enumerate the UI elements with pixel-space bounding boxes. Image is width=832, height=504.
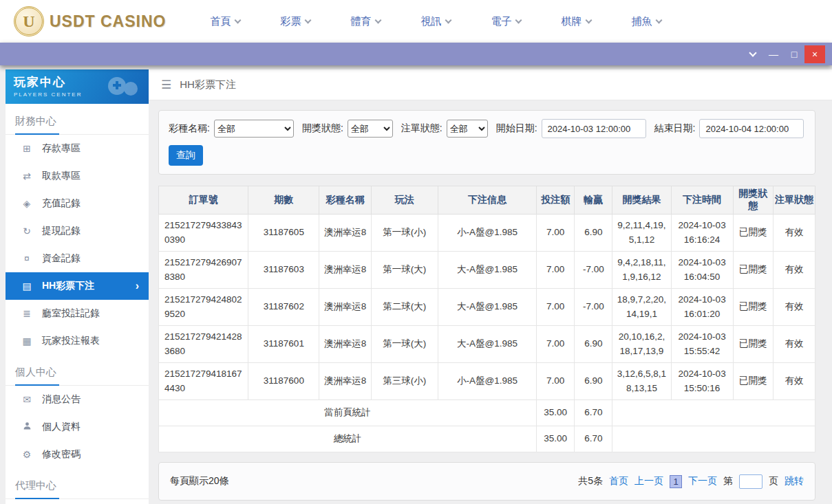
table-cell: 第二球(大) <box>371 289 438 326</box>
sidebar-item-funds-record[interactable]: ¤資金記錄 <box>6 245 149 272</box>
table-cell: 大-A盤@1.985 <box>438 289 536 326</box>
bet-status-select[interactable]: 全部 <box>447 120 488 138</box>
table-cell: 小-A盤@1.985 <box>438 363 536 400</box>
chevron-down-icon <box>586 17 593 23</box>
chevron-down-icon <box>656 17 663 23</box>
bet-table: 訂單號期數彩種名稱玩法下注信息投注額輸贏開獎結果下注時間開獎狀態注單狀態 215… <box>158 186 815 452</box>
window-close-button[interactable]: × <box>804 45 825 63</box>
menu-toggle-icon[interactable]: ☰ <box>161 78 171 92</box>
column-header: 彩種名稱 <box>319 186 371 215</box>
table-cell: 18,9,7,2,20,14,19,1 <box>612 289 671 326</box>
column-header: 注單狀態 <box>773 186 815 215</box>
nav-item-slots[interactable]: 電子 <box>491 15 521 28</box>
sidebar-item-label: 個人資料 <box>42 421 81 433</box>
prev-page-link[interactable]: 上一页 <box>634 475 663 487</box>
logo-text: USDT CASINO <box>50 12 166 31</box>
table-cell: 有效 <box>773 215 815 252</box>
sidebar-item-hall-bet-record[interactable]: ≣廳室投註記錄 <box>6 300 149 327</box>
table-cell: -7.00 <box>575 289 612 326</box>
jump-button[interactable]: 跳转 <box>785 475 804 487</box>
window-titlebar: — □ × <box>0 43 832 65</box>
first-page-link[interactable]: 首页 <box>609 475 628 487</box>
sidebar-item-recharge-record[interactable]: ◈充值記錄 <box>6 190 149 217</box>
table-cell: 31187602 <box>248 289 319 326</box>
summary-label: 當前頁統計 <box>159 400 537 426</box>
summary-label: 總統計 <box>159 426 537 452</box>
summary-empty <box>612 400 815 426</box>
next-page-link[interactable]: 下一页 <box>688 475 717 487</box>
logo: U USDT CASINO <box>14 6 166 36</box>
sidebar-item-label: 修改密碼 <box>42 448 81 461</box>
chevron-down-icon <box>235 17 242 23</box>
nav-item-sports[interactable]: 體育 <box>350 15 381 28</box>
table-cell: 2024-10-03 15:55:42 <box>671 326 733 363</box>
start-date-input[interactable] <box>542 119 646 138</box>
table-cell: 6.90 <box>575 326 612 363</box>
withdraw-icon: ⇄ <box>21 171 33 182</box>
table-cell: 2152172794338430390 <box>159 215 248 252</box>
table-cell: 2152172794214283680 <box>159 326 248 363</box>
table-cell: 第一球(小) <box>371 215 438 252</box>
page-jump-input[interactable] <box>739 474 762 489</box>
workspace: 玩家中心 PLAYERS CENTER 財務中心 ⊞存款專區 ⇄取款專區 ◈充值… <box>0 65 832 504</box>
nav-label: 彩票 <box>280 15 301 28</box>
filter-row: 彩種名稱: 全部 開獎狀態: 全部 注單狀態: 全部 開始日期: 結束日期: <box>169 119 805 138</box>
sidebar-item-withdraw[interactable]: ⇄取款專區 <box>6 162 149 190</box>
column-header: 訂單號 <box>159 186 248 215</box>
table-cell: 31187601 <box>248 326 319 363</box>
page-size-text: 每頁顯示20條 <box>170 475 229 487</box>
sidebar-item-player-report[interactable]: ▦玩家投注報表 <box>6 327 149 355</box>
table-cell: 7.00 <box>537 215 575 252</box>
column-header: 玩法 <box>371 186 438 215</box>
table-cell: 2024-10-03 16:01:20 <box>671 289 733 326</box>
bet-table-body: 215217279433843039031187605澳洲幸运8第一球(小)小-… <box>159 215 815 400</box>
nav-label: 捕魚 <box>631 15 652 28</box>
table-cell: 澳洲幸运8 <box>319 363 371 400</box>
total-count-text: 共5条 <box>578 475 603 487</box>
sidebar: 玩家中心 PLAYERS CENTER 財務中心 ⊞存款專區 ⇄取款專區 ◈充值… <box>6 69 149 504</box>
sidebar-item-withdrawal-record[interactable]: ↻提現記錄 <box>6 217 149 245</box>
sidebar-item-deposit[interactable]: ⊞存款專區 <box>6 135 149 162</box>
nav-item-home[interactable]: 首頁 <box>210 15 240 28</box>
nav-item-lottery[interactable]: 彩票 <box>280 15 310 28</box>
current-page-indicator[interactable]: 1 <box>670 475 682 488</box>
table-cell: 31187605 <box>248 215 319 252</box>
summary-winloss-total: 6.70 <box>575 426 612 452</box>
search-button[interactable]: 查詢 <box>169 145 203 166</box>
table-cell: 7.00 <box>537 363 575 400</box>
sidebar-item-label: 廳室投註記錄 <box>42 307 100 320</box>
sidebar-item-label: 存款專區 <box>42 142 81 155</box>
table-cell: 已開獎 <box>733 326 773 363</box>
chevron-down-icon <box>305 17 312 23</box>
chevron-down-icon <box>749 49 756 56</box>
column-header: 輸贏 <box>575 186 612 215</box>
withdrawal-record-icon: ↻ <box>21 226 33 237</box>
window-chevron-button[interactable] <box>743 45 763 63</box>
end-date-input[interactable] <box>699 119 804 138</box>
sidebar-item-change-password[interactable]: ⚙修改密碼 <box>6 441 149 468</box>
window-maximize-button[interactable]: □ <box>784 45 804 63</box>
lottery-name-select[interactable]: 全部 <box>214 120 294 138</box>
draw-status-select[interactable]: 全部 <box>348 120 393 138</box>
hall-bet-record-icon: ≣ <box>21 308 33 319</box>
column-header: 下注信息 <box>438 186 536 215</box>
deposit-icon: ⊞ <box>21 143 33 154</box>
end-date-label: 結束日期: <box>654 122 696 135</box>
table-cell: 6.90 <box>575 215 612 252</box>
nav-item-live[interactable]: 視訊 <box>420 15 451 28</box>
sidebar-item-hh-lottery-bets[interactable]: ▤HH彩票下注› <box>6 272 149 300</box>
window-minimize-button[interactable]: — <box>763 45 784 63</box>
column-header: 投注額 <box>537 186 575 215</box>
content-area: 彩種名稱: 全部 開獎狀態: 全部 注單狀態: 全部 開始日期: 結束日期: 查… <box>149 100 832 501</box>
sidebar-item-messages[interactable]: ✉消息公告 <box>6 386 149 413</box>
table-row: 215217279418167443031187600澳洲幸运8第三球(小)小-… <box>159 363 815 400</box>
section-title-agent: 代理中心 <box>6 468 149 499</box>
table-cell: 20,10,16,2,18,17,13,9 <box>612 326 671 363</box>
nav-label: 電子 <box>491 15 511 28</box>
nav-item-cards[interactable]: 棋牌 <box>561 15 591 28</box>
table-cell: 大-A盤@1.985 <box>438 326 536 363</box>
site-header: U USDT CASINO 首頁 彩票 體育 視訊 電子 棋牌 捕魚 <box>0 0 832 43</box>
sidebar-item-label: 玩家投注報表 <box>42 335 100 347</box>
nav-item-fishing[interactable]: 捕魚 <box>631 15 661 28</box>
sidebar-item-profile[interactable]: 個人資料 <box>6 413 149 441</box>
